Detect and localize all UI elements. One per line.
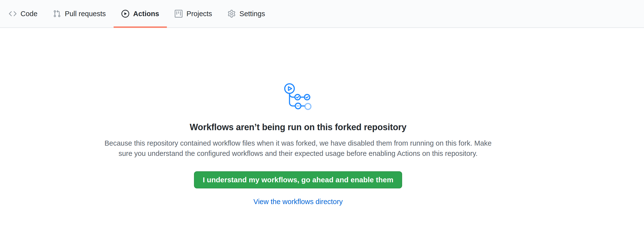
tab-actions[interactable]: Actions xyxy=(114,0,167,28)
git-pull-request-icon xyxy=(53,10,61,18)
repo-page: Code Pull requests Actions Projects Sett xyxy=(0,0,644,206)
enable-workflows-button[interactable]: I understand my workflows, go ahead and … xyxy=(194,171,402,188)
gear-icon xyxy=(228,10,236,18)
tab-code-label: Code xyxy=(20,10,38,18)
tab-settings[interactable]: Settings xyxy=(220,0,273,28)
description-line-1: Because this repository contained workfl… xyxy=(104,138,492,148)
tab-actions-label: Actions xyxy=(133,10,159,18)
repo-tab-nav: Code Pull requests Actions Projects Sett xyxy=(0,0,644,28)
tab-pull-requests-label: Pull requests xyxy=(65,10,106,18)
actions-disabled-blankslate: Workflows aren’t being run on this forke… xyxy=(0,28,596,206)
tab-projects-label: Projects xyxy=(186,10,212,18)
tab-code[interactable]: Code xyxy=(1,0,45,28)
workflow-graph-icon xyxy=(284,83,312,111)
blankslate-title: Workflows aren’t being run on this forke… xyxy=(190,122,406,133)
project-icon xyxy=(175,10,182,18)
view-workflows-directory-link[interactable]: View the workflows directory xyxy=(253,198,342,206)
tab-settings-label: Settings xyxy=(240,10,265,18)
play-icon xyxy=(122,10,129,18)
tab-pull-requests[interactable]: Pull requests xyxy=(45,0,114,28)
description-line-2: sure you understand the configured workf… xyxy=(104,148,492,159)
blankslate-description: Because this repository contained workfl… xyxy=(104,138,492,159)
code-icon xyxy=(9,10,16,18)
tab-projects[interactable]: Projects xyxy=(167,0,220,28)
